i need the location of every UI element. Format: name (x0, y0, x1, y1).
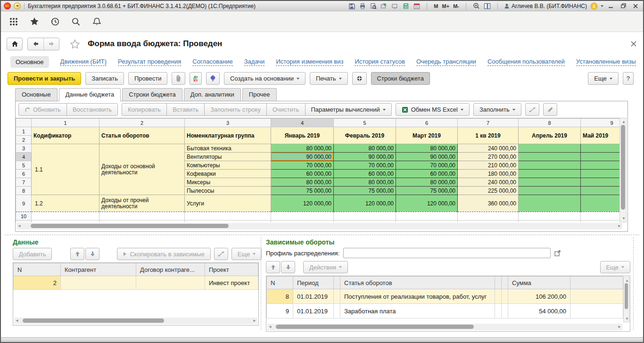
cell-value[interactable]: 70 000,00 (334, 161, 396, 170)
cell-value[interactable]: 90 000,00 (396, 153, 458, 161)
attach-send-icon[interactable] (380, 2, 388, 10)
favorite-star-icon[interactable] (70, 39, 80, 49)
col-counterparty[interactable]: Контрагент (61, 263, 136, 276)
post-button[interactable]: Провести (128, 72, 168, 85)
cell-empty[interactable] (519, 170, 581, 178)
chevron-down-icon[interactable] (601, 5, 603, 7)
cell-empty[interactable] (519, 187, 581, 195)
memory-m-minus-button[interactable]: M- (453, 3, 460, 9)
col-n[interactable]: N (267, 277, 293, 289)
add-button[interactable]: Добавить (13, 248, 52, 260)
col-period[interactable]: Период (293, 277, 334, 289)
col-number[interactable]: 9 (581, 119, 620, 127)
move-down-button[interactable] (281, 261, 295, 273)
cell-quarter-total[interactable]: 270 000,00 (458, 153, 519, 161)
header-q1[interactable]: 1 кв 2019 (458, 127, 519, 144)
help-button[interactable]: ? (623, 72, 634, 85)
cell-quarter-total[interactable]: 240 000,00 (458, 144, 519, 153)
cell-value[interactable]: 80 000,00 (334, 178, 396, 187)
cell-nomenclature[interactable]: Вентиляторы (185, 153, 271, 161)
post-and-close-button[interactable]: Провести и закрыть (8, 72, 81, 85)
paste-button[interactable]: Вставить (166, 103, 205, 116)
cell-sum[interactable]: 54 000,00 (508, 304, 570, 318)
cell-nomenclature[interactable]: Кофеварки (185, 170, 271, 178)
scroll-right-icon[interactable]: ► (253, 318, 256, 323)
tab-budget-data[interactable]: Данные бюджета (59, 88, 121, 101)
info-button[interactable]: i (590, 2, 598, 10)
history-icon[interactable] (50, 16, 60, 27)
open-picker-icon[interactable] (554, 250, 561, 256)
forward-button[interactable] (43, 38, 59, 50)
scroll-thumb[interactable] (31, 224, 229, 228)
cell-quarter-total[interactable]: 240 000,00 (458, 178, 519, 187)
table-row[interactable]: 2 Инвест проект (14, 276, 258, 290)
scroll-up-icon[interactable]: ▲ (625, 278, 629, 283)
hint-button[interactable] (206, 72, 220, 85)
fill-button[interactable]: Заполнить (473, 103, 521, 116)
col-contract[interactable]: Договор контраге... (136, 263, 205, 276)
cell-value[interactable]: 120 000,00 (396, 195, 458, 212)
cell-period[interactable]: 01.01.2019 (293, 304, 334, 318)
row-number[interactable]: 5 (16, 161, 32, 170)
notifications-icon[interactable] (91, 16, 102, 27)
cell-empty[interactable] (519, 178, 581, 187)
edit-button[interactable] (543, 103, 557, 116)
copy-to-dependent-button[interactable]: Скопировать в зависимые (117, 248, 210, 260)
tab-extra-analytics[interactable]: Доп. аналитики (184, 88, 241, 101)
nav-link-main[interactable]: Основное (10, 56, 49, 68)
attach-receive-icon[interactable] (391, 2, 399, 10)
row-number[interactable]: 1 (16, 127, 32, 136)
cell-quarter-total[interactable]: 225 000,00 (458, 187, 519, 195)
nav-link-approval[interactable]: Согласование (192, 58, 232, 66)
cell-article[interactable]: Заработная плата (340, 304, 495, 318)
data-table-horizontal-scrollbar[interactable]: ◄ ► (14, 318, 257, 324)
debit-credit-button[interactable]: ДтКт (190, 72, 202, 85)
restore-button[interactable] (619, 2, 628, 10)
cell-quarter-total[interactable]: 180 000,00 (458, 170, 519, 178)
home-button[interactable] (7, 38, 23, 50)
cell-value[interactable]: 90 000,00 (334, 153, 396, 161)
current-user[interactable]: Агличев В.В. (БИТ.ФИНАНС) (504, 3, 587, 9)
scroll-thumb[interactable] (625, 283, 628, 309)
nav-link-user-messages[interactable]: Сообщения пользователей (487, 58, 565, 66)
col-number[interactable]: 5 (334, 119, 396, 127)
main-menu-icon[interactable] (8, 16, 19, 27)
row-number[interactable]: 7 (16, 178, 32, 187)
table-row[interactable]: 8 01.01.2019 Поступления от реализации т… (267, 289, 623, 304)
header-april[interactable]: Апрель 2019 (519, 127, 581, 144)
col-trailer[interactable] (570, 277, 623, 289)
col-spacer[interactable] (495, 277, 502, 289)
dependent-horizontal-scrollbar[interactable]: ◄ ► (267, 324, 622, 330)
header-february[interactable]: Февраль 2019 (334, 127, 396, 144)
cell-nomenclature[interactable]: Бытовая техника (185, 144, 271, 153)
col-spacer[interactable] (502, 277, 508, 289)
cell-codifier[interactable]: 1.1 (32, 144, 99, 195)
col-n[interactable]: N (14, 263, 61, 276)
move-up-button[interactable] (70, 248, 84, 260)
header-may[interactable]: Май 2019 (581, 127, 620, 144)
form-close-icon[interactable] (631, 41, 636, 47)
attachments-button[interactable] (172, 72, 185, 85)
nav-link-visa-history[interactable]: История изменения виз (276, 58, 343, 66)
cell-empty[interactable] (519, 144, 581, 153)
nav-link-translation-queue[interactable]: Очередь трансляции (416, 58, 476, 66)
copy-button[interactable]: Копировать (122, 103, 167, 116)
nav-link-post-result[interactable]: Результат проведения (118, 58, 181, 66)
row-number[interactable]: 10 (16, 212, 32, 220)
cell-empty[interactable] (519, 195, 581, 212)
tab-main[interactable]: Основные (15, 88, 58, 101)
cell-n[interactable]: 9 (267, 304, 293, 318)
nav-link-status-history[interactable]: История статусов (355, 58, 405, 66)
close-button[interactable] (631, 2, 640, 10)
scroll-up-icon[interactable]: ▲ (622, 120, 626, 124)
cell-nomenclature[interactable]: Миксеры (185, 178, 271, 187)
col-number-selected[interactable]: 4 (271, 119, 334, 127)
more-button[interactable]: Еще (600, 261, 630, 273)
cell-value[interactable]: 80 000,00 (271, 144, 334, 153)
cell-n[interactable]: 8 (267, 289, 293, 304)
back-button[interactable] (28, 38, 43, 50)
scroll-left-icon[interactable]: ◄ (15, 318, 19, 323)
calc-params-button[interactable]: Параметры вычислений (305, 103, 392, 116)
cell-contract[interactable] (136, 276, 205, 290)
save-button[interactable]: Записать (85, 72, 124, 85)
